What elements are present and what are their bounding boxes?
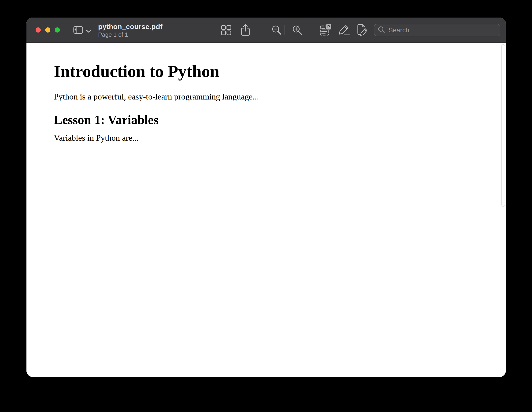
- document-paragraph-2: Variables in Python are...: [54, 133, 473, 143]
- thumbnails-button[interactable]: [221, 25, 232, 36]
- search-field[interactable]: [374, 24, 500, 36]
- window-title-block: python_course.pdf Page 1 of 1: [98, 23, 162, 38]
- toolbar-divider: [285, 25, 285, 35]
- autofill-p-badge: P: [326, 24, 331, 29]
- window-title: python_course.pdf: [98, 23, 162, 30]
- close-button[interactable]: [36, 27, 41, 33]
- zoom-in-icon: [292, 25, 303, 36]
- titlebar: python_course.pdf Page 1 of 1: [27, 18, 506, 43]
- pdf-page: Introduction to Python Python is a power…: [27, 43, 506, 377]
- page-indicator: Page 1 of 1: [98, 32, 162, 38]
- zoom-in-button[interactable]: [292, 25, 303, 36]
- traffic-lights: [36, 27, 60, 33]
- sidebar-toggle-button[interactable]: [73, 26, 83, 34]
- sign-document-icon: [356, 24, 369, 36]
- share-icon: [240, 24, 251, 36]
- sidebar-options-button[interactable]: [86, 30, 92, 33]
- markup-pencil-icon: [338, 24, 350, 36]
- autofill-form-button[interactable]: P: [320, 24, 331, 36]
- document-paragraph-1: Python is a powerful, easy-to-learn prog…: [54, 92, 473, 102]
- zoom-button[interactable]: [55, 27, 60, 33]
- autofill-form-icon: P: [320, 24, 331, 36]
- thumbnails-grid-icon: [221, 25, 232, 36]
- pdf-page-content: Introduction to Python Python is a power…: [27, 43, 506, 143]
- preview-window: python_course.pdf Page 1 of 1: [27, 18, 506, 377]
- sidebar-toggle-icon: [73, 26, 83, 34]
- document-heading-1: Introduction to Python: [54, 62, 473, 81]
- document-heading-2: Lesson 1: Variables: [54, 113, 473, 127]
- zoom-out-icon: [271, 25, 282, 36]
- share-button[interactable]: [240, 24, 251, 36]
- zoom-out-button[interactable]: [271, 25, 282, 36]
- sign-document-button[interactable]: [356, 24, 369, 36]
- markup-button[interactable]: [338, 24, 350, 36]
- minimize-button[interactable]: [45, 27, 50, 33]
- search-input[interactable]: [388, 26, 497, 34]
- chevron-down-icon: [86, 30, 92, 33]
- search-icon: [378, 26, 385, 34]
- vertical-scrollbar[interactable]: [501, 44, 505, 207]
